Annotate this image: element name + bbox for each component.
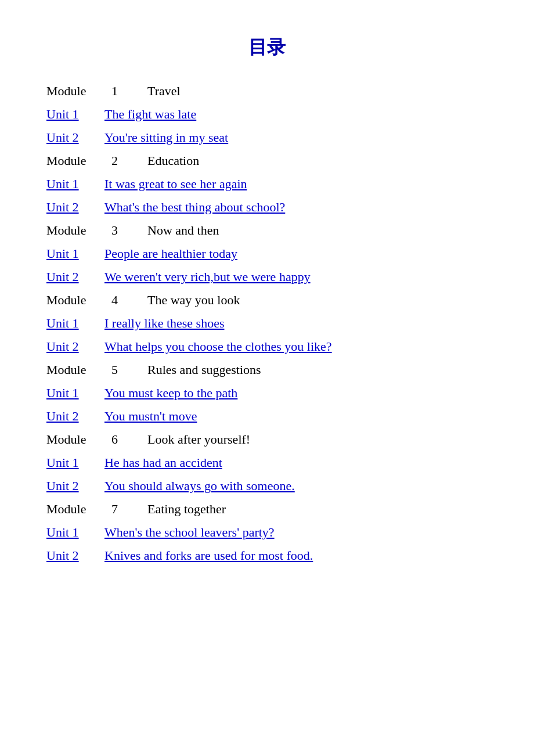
unit-link[interactable]: Unit 2What helps you choose the clothes …: [46, 339, 488, 354]
unit-label: Unit 2: [46, 130, 99, 145]
unit-label: Unit 1: [46, 177, 99, 192]
module-2-unit-2-entry[interactable]: Unit 2What's the best thing about school…: [46, 200, 488, 215]
unit-link[interactable]: Unit 1You must keep to the path: [46, 386, 488, 401]
unit-title: You mustn't move: [104, 409, 197, 424]
unit-label: Unit 1: [46, 107, 99, 122]
module-keyword: Module: [46, 362, 99, 377]
unit-label: Unit 1: [46, 455, 99, 470]
module-4-label: Module4The way you look: [46, 293, 488, 308]
module-2-entry: Module2Education: [46, 153, 488, 168]
module-number: 1: [111, 84, 135, 99]
unit-label: Unit 2: [46, 478, 99, 494]
unit-link[interactable]: Unit 1People are healthier today: [46, 246, 488, 261]
unit-label: Unit 2: [46, 200, 99, 215]
module-name: Look after yourself!: [147, 432, 250, 447]
module-name: Eating together: [147, 502, 226, 517]
unit-label: Unit 2: [46, 409, 99, 424]
module-3-label: Module3Now and then: [46, 223, 488, 238]
module-number: 6: [111, 432, 135, 447]
module-4-unit-2-entry[interactable]: Unit 2What helps you choose the clothes …: [46, 339, 488, 354]
unit-title: Knives and forks are used for most food.: [104, 548, 313, 563]
module-4-entry: Module4The way you look: [46, 293, 488, 308]
unit-label: Unit 2: [46, 269, 99, 285]
module-4-unit-1-entry[interactable]: Unit 1I really like these shoes: [46, 316, 488, 331]
unit-link[interactable]: Unit 2What's the best thing about school…: [46, 200, 488, 215]
unit-link[interactable]: Unit 2You mustn't move: [46, 409, 488, 424]
module-2-unit-1-entry[interactable]: Unit 1It was great to see her again: [46, 177, 488, 192]
unit-title: You must keep to the path: [104, 386, 237, 401]
unit-link[interactable]: Unit 1It was great to see her again: [46, 177, 488, 192]
module-3-unit-1-entry[interactable]: Unit 1People are healthier today: [46, 246, 488, 261]
module-keyword: Module: [46, 223, 99, 238]
module-3-entry: Module3Now and then: [46, 223, 488, 238]
module-keyword: Module: [46, 153, 99, 168]
unit-label: Unit 1: [46, 525, 99, 540]
module-6-unit-1-entry[interactable]: Unit 1He has had an accident: [46, 455, 488, 470]
module-6-label: Module6Look after yourself!: [46, 432, 488, 447]
module-1-entry: Module1Travel: [46, 84, 488, 99]
module-7-label: Module7Eating together: [46, 502, 488, 517]
module-number: 5: [111, 362, 135, 377]
module-name: The way you look: [147, 293, 240, 308]
unit-title: He has had an accident: [104, 455, 222, 470]
unit-title: We weren't very rich,but we were happy: [104, 269, 311, 285]
unit-title: When's the school leavers' party?: [104, 525, 275, 540]
unit-label: Unit 1: [46, 386, 99, 401]
module-3-unit-2-entry[interactable]: Unit 2We weren't very rich,but we were h…: [46, 269, 488, 285]
module-name: Now and then: [147, 223, 219, 238]
unit-link[interactable]: Unit 1The fight was late: [46, 107, 488, 122]
module-number: 7: [111, 502, 135, 517]
module-keyword: Module: [46, 84, 99, 99]
unit-title: What helps you choose the clothes you li…: [104, 339, 332, 354]
module-5-entry: Module5Rules and suggestions: [46, 362, 488, 377]
unit-link[interactable]: Unit 2You're sitting in my seat: [46, 130, 488, 145]
module-1-label: Module1Travel: [46, 84, 488, 99]
unit-title: The fight was late: [104, 107, 196, 122]
unit-link[interactable]: Unit 2Knives and forks are used for most…: [46, 548, 488, 563]
unit-title: It was great to see her again: [104, 177, 247, 192]
module-5-unit-1-entry[interactable]: Unit 1You must keep to the path: [46, 386, 488, 401]
module-2-label: Module2Education: [46, 153, 488, 168]
module-number: 3: [111, 223, 135, 238]
module-1-unit-2-entry[interactable]: Unit 2You're sitting in my seat: [46, 130, 488, 145]
module-keyword: Module: [46, 293, 99, 308]
page-title: 目录: [46, 35, 488, 60]
unit-title: You should always go with someone.: [104, 478, 295, 494]
module-7-unit-2-entry[interactable]: Unit 2Knives and forks are used for most…: [46, 548, 488, 563]
unit-link[interactable]: Unit 1He has had an accident: [46, 455, 488, 470]
unit-title: People are healthier today: [104, 246, 237, 261]
unit-title: You're sitting in my seat: [104, 130, 228, 145]
module-keyword: Module: [46, 432, 99, 447]
unit-link[interactable]: Unit 1When's the school leavers' party?: [46, 525, 488, 540]
module-5-label: Module5Rules and suggestions: [46, 362, 488, 377]
unit-link[interactable]: Unit 2You should always go with someone.: [46, 478, 488, 494]
unit-label: Unit 2: [46, 548, 99, 563]
module-6-unit-2-entry[interactable]: Unit 2You should always go with someone.: [46, 478, 488, 494]
module-name: Education: [147, 153, 199, 168]
module-name: Travel: [147, 84, 181, 99]
module-1-unit-1-entry[interactable]: Unit 1The fight was late: [46, 107, 488, 122]
module-5-unit-2-entry[interactable]: Unit 2You mustn't move: [46, 409, 488, 424]
module-keyword: Module: [46, 502, 99, 517]
module-number: 2: [111, 153, 135, 168]
module-number: 4: [111, 293, 135, 308]
module-6-entry: Module6Look after yourself!: [46, 432, 488, 447]
module-7-unit-1-entry[interactable]: Unit 1When's the school leavers' party?: [46, 525, 488, 540]
unit-label: Unit 2: [46, 339, 99, 354]
unit-link[interactable]: Unit 2We weren't very rich,but we were h…: [46, 269, 488, 285]
unit-title: I really like these shoes: [104, 316, 225, 331]
unit-label: Unit 1: [46, 246, 99, 261]
module-name: Rules and suggestions: [147, 362, 261, 377]
module-7-entry: Module7Eating together: [46, 502, 488, 517]
unit-label: Unit 1: [46, 316, 99, 331]
toc-container: Module1TravelUnit 1The fight was lateUni…: [46, 84, 488, 563]
unit-link[interactable]: Unit 1I really like these shoes: [46, 316, 488, 331]
unit-title: What's the best thing about school?: [104, 200, 285, 215]
